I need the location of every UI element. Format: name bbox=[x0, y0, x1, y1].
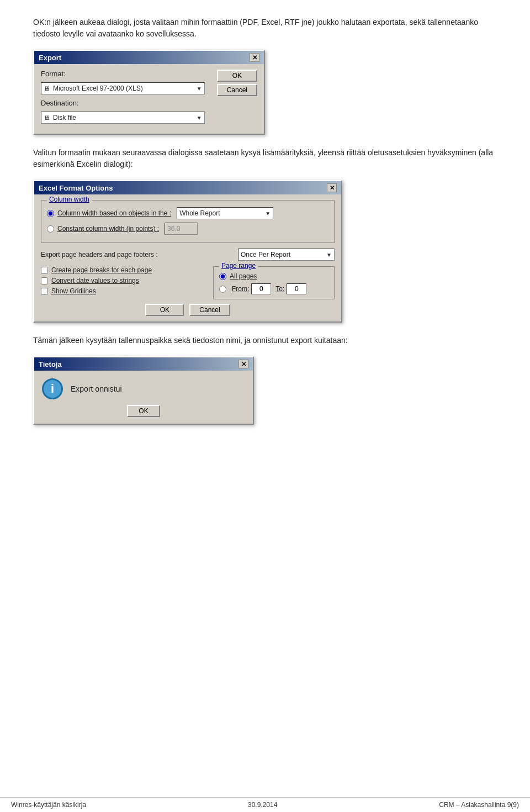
format-select-value: Microsoft Excel 97-2000 (XLS) bbox=[53, 85, 143, 92]
constant-value-input[interactable]: 36.0 bbox=[165, 223, 198, 235]
tietoja-ok-button[interactable]: OK bbox=[127, 405, 160, 417]
destination-label: Destination: bbox=[41, 99, 91, 107]
export-dialog: Export ✕ Format: 🖥Microsoft Excel 97-200… bbox=[33, 50, 265, 135]
convert-date-label: Convert date values to strings bbox=[51, 277, 139, 284]
radio2-input[interactable] bbox=[47, 225, 54, 233]
export-fields: Format: 🖥Microsoft Excel 97-2000 (XLS) ▼… bbox=[41, 70, 205, 128]
export-dialog-wrapper: Export ✕ Format: 🖥Microsoft Excel 97-200… bbox=[33, 50, 497, 135]
excel-dialog-wrapper: Excel Format Options ✕ Column width Colu… bbox=[33, 180, 497, 323]
show-gridlines-label: Show Gridlines bbox=[51, 287, 96, 295]
from-to-radio[interactable] bbox=[219, 286, 226, 293]
page-range-group: Page range All pages From: To: bbox=[213, 266, 335, 299]
info-icon: i bbox=[42, 378, 63, 399]
destination-select-value: Disk file bbox=[53, 114, 76, 122]
tietoja-dialog-title-text: Tietoja bbox=[39, 360, 62, 368]
from-label: From: bbox=[232, 285, 249, 293]
export-dialog-titlebar: Export ✕ bbox=[34, 51, 264, 64]
excel-ok-button[interactable]: OK bbox=[145, 304, 184, 316]
show-gridlines-row: Show Gridlines bbox=[41, 287, 206, 295]
footer-left: Winres-käyttäjän käsikirja bbox=[11, 801, 86, 809]
tietoja-ok-row: OK bbox=[34, 405, 253, 424]
export-dialog-title-text: Export bbox=[39, 54, 61, 62]
create-breaks-row: Create page breaks for each page bbox=[41, 266, 206, 274]
export-ok-button[interactable]: OK bbox=[217, 70, 257, 82]
once-per-report-value: Once Per Report bbox=[241, 251, 290, 259]
tietoja-message: Export onnistui bbox=[71, 384, 122, 393]
tietoja-dialog-titlebar: Tietoja ✕ bbox=[34, 357, 253, 371]
whole-report-select-arrow: ▼ bbox=[265, 210, 271, 217]
excel-dialog-title-text: Excel Format Options bbox=[39, 184, 113, 192]
create-breaks-checkbox[interactable] bbox=[41, 267, 48, 274]
excel-dialog-titlebar: Excel Format Options ✕ bbox=[34, 181, 341, 194]
export-cancel-button[interactable]: Cancel bbox=[217, 84, 257, 96]
whole-report-select-value: Whole Report bbox=[179, 209, 220, 217]
show-gridlines-checkbox[interactable] bbox=[41, 288, 48, 295]
format-label: Format: bbox=[41, 70, 91, 78]
intro-paragraph: OK:n jälkeen aukeaa dialogi, josta valit… bbox=[33, 17, 497, 40]
destination-select-row: 🖥Disk file ▼ bbox=[41, 112, 205, 124]
convert-date-row: Convert date values to strings bbox=[41, 277, 206, 284]
tietoja-dialog-close-button[interactable]: ✕ bbox=[239, 360, 248, 368]
destination-select[interactable]: 🖥Disk file ▼ bbox=[41, 112, 205, 124]
format-select-arrow: ▼ bbox=[197, 86, 202, 92]
after-paragraph: Tämän jälkeen kysytään tallennuspaikka s… bbox=[33, 335, 497, 346]
export-dialog-body: Format: 🖥Microsoft Excel 97-2000 (XLS) ▼… bbox=[34, 64, 264, 134]
destination-select-icon: 🖥 bbox=[44, 114, 50, 121]
column-width-group: Column width Column width based on objec… bbox=[41, 200, 335, 243]
footer-right: CRM – Asiakashallinta 9(9) bbox=[439, 801, 519, 809]
once-per-report-arrow: ▼ bbox=[326, 252, 332, 258]
format-row: Format: bbox=[41, 70, 205, 78]
excel-dialog-body: Column width Column width based on objec… bbox=[34, 194, 341, 321]
column-width-group-title: Column width bbox=[47, 196, 92, 203]
export-headers-row: Export page headers and page footers : O… bbox=[41, 249, 335, 261]
page-range-section: Page range All pages From: To: bbox=[213, 266, 335, 299]
radio1-input[interactable] bbox=[47, 210, 54, 217]
tietoja-dialog: Tietoja ✕ i Export onnistui OK bbox=[33, 356, 254, 425]
excel-cancel-button[interactable]: Cancel bbox=[189, 304, 230, 316]
excel-checkboxes: Create page breaks for each page Convert… bbox=[41, 266, 206, 299]
middle-paragraph: Valitun formaatin mukaan seuraavassa dia… bbox=[33, 147, 497, 170]
destination-select-arrow: ▼ bbox=[197, 115, 202, 121]
tietoja-dialog-wrapper: Tietoja ✕ i Export onnistui OK bbox=[33, 356, 497, 425]
once-per-report-select[interactable]: Once Per Report ▼ bbox=[238, 249, 335, 261]
format-select[interactable]: 🖥Microsoft Excel 97-2000 (XLS) ▼ bbox=[41, 82, 205, 94]
radio1-row: Column width based on objects in the : W… bbox=[47, 207, 328, 219]
export-dialog-close-button[interactable]: ✕ bbox=[250, 53, 259, 62]
footer: Winres-käyttäjän käsikirja 30.9.2014 CRM… bbox=[0, 797, 530, 812]
page-range-title: Page range bbox=[219, 262, 258, 270]
radio2-label: Constant column width (in points) : bbox=[57, 225, 159, 233]
tietoja-body: i Export onnistui bbox=[34, 371, 253, 405]
convert-date-checkbox[interactable] bbox=[41, 277, 48, 284]
export-buttons: OK Cancel bbox=[217, 70, 257, 128]
export-form: Format: 🖥Microsoft Excel 97-2000 (XLS) ▼… bbox=[41, 70, 257, 128]
excel-btn-row: OK Cancel bbox=[41, 304, 335, 316]
excel-dialog-close-button[interactable]: ✕ bbox=[327, 183, 337, 192]
constant-value-text: 36.0 bbox=[167, 225, 180, 233]
destination-row: Destination: bbox=[41, 99, 205, 107]
whole-report-select[interactable]: Whole Report ▼ bbox=[177, 207, 273, 219]
page-range-content: All pages From: To: bbox=[219, 272, 328, 294]
radio2-row: Constant column width (in points) : 36.0 bbox=[47, 223, 328, 235]
from-input[interactable] bbox=[251, 283, 271, 294]
create-breaks-label: Create page breaks for each page bbox=[51, 266, 152, 274]
radio1-label: Column width based on objects in the : bbox=[57, 209, 171, 217]
all-pages-row: All pages bbox=[219, 272, 328, 280]
to-label: To: bbox=[275, 285, 284, 293]
to-input[interactable] bbox=[287, 283, 306, 294]
format-select-icon: 🖥 bbox=[44, 85, 50, 92]
all-pages-radio[interactable] bbox=[219, 273, 226, 280]
excel-dialog: Excel Format Options ✕ Column width Colu… bbox=[33, 180, 342, 323]
from-to-row: From: To: bbox=[219, 283, 328, 294]
footer-center: 30.9.2014 bbox=[248, 801, 277, 809]
format-select-row: 🖥Microsoft Excel 97-2000 (XLS) ▼ bbox=[41, 82, 205, 94]
column-width-content: Column width based on objects in the : W… bbox=[47, 207, 328, 235]
export-headers-label: Export page headers and page footers : bbox=[41, 251, 232, 259]
excel-main-layout: Create page breaks for each page Convert… bbox=[41, 266, 335, 299]
all-pages-label: All pages bbox=[230, 272, 257, 280]
